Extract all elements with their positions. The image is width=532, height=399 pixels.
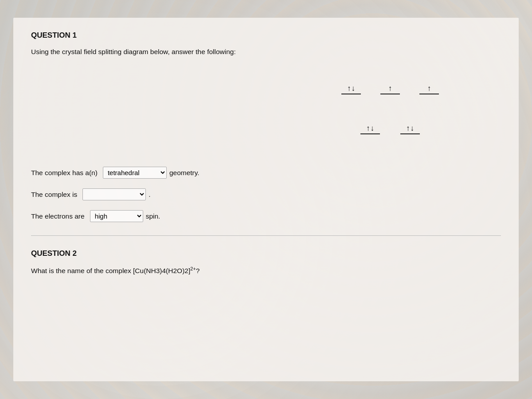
orbital-top-3-arrows: ↑ <box>427 82 431 92</box>
arrow-up-icon: ↑ <box>388 85 392 92</box>
complex-prefix-label: The complex is <box>31 191 77 199</box>
orbital-line <box>400 133 420 134</box>
arrow-up-icon: ↑ <box>406 125 410 132</box>
cf-diagram: ↑ ↓ ↑ ↑ <box>341 74 439 153</box>
orbital-bottom-2: ↑ ↓ <box>400 122 420 134</box>
spin-dropdown[interactable]: high low <box>90 210 143 222</box>
complex-dropdown[interactable]: paramagnetic diamagnetic <box>82 188 146 200</box>
spin-suffix-label: spin. <box>146 212 160 220</box>
question1-section: QUESTION 1 Using the crystal field split… <box>31 31 501 222</box>
arrow-down-icon: ↓ <box>371 125 375 132</box>
arrow-down-icon: ↓ <box>352 85 356 92</box>
orbital-top-3: ↑ <box>419 82 439 94</box>
question2-text: What is the name of the complex [Cu(NH3)… <box>31 266 501 275</box>
form-section: The complex has a(n) octahedral tetrahed… <box>31 167 501 222</box>
orbital-line <box>380 94 400 94</box>
orbital-line <box>419 94 439 94</box>
section-divider <box>31 235 501 236</box>
orbital-top-2-arrows: ↑ <box>388 82 392 92</box>
arrow-up-icon: ↑ <box>366 125 370 132</box>
geometry-row: The complex has a(n) octahedral tetrahed… <box>31 167 501 179</box>
question1-intro: Using the crystal field splitting diagra… <box>31 48 501 56</box>
orbital-line <box>341 94 361 94</box>
orbital-top-1-arrows: ↑ ↓ <box>347 82 355 92</box>
arrow-up-icon: ↑ <box>347 85 351 92</box>
orbital-bottom-1-arrows: ↑ ↓ <box>366 122 374 132</box>
question2-end: ? <box>196 267 200 274</box>
cf-top-row: ↑ ↓ ↑ ↑ <box>341 82 439 94</box>
complex-suffix-label: . <box>149 191 150 199</box>
question2-section: QUESTION 2 What is the name of the compl… <box>31 249 501 275</box>
spin-prefix-label: The electrons are <box>31 212 85 220</box>
geometry-prefix-label: The complex has a(n) <box>31 169 98 177</box>
complex-row: The complex is paramagnetic diamagnetic … <box>31 188 501 200</box>
orbital-top-1: ↑ ↓ <box>341 82 361 94</box>
question2-superscript: 2+ <box>190 267 196 274</box>
orbital-top-2: ↑ <box>380 82 400 94</box>
orbital-line <box>360 133 380 134</box>
cf-diagram-container: ↑ ↓ ↑ ↑ <box>31 65 501 153</box>
orbital-bottom-2-arrows: ↑ ↓ <box>406 122 414 132</box>
question2-intro: What is the name of the complex [Cu(NH3)… <box>31 267 190 274</box>
question2-header: QUESTION 2 <box>31 249 501 258</box>
arrow-up-icon: ↑ <box>427 85 431 92</box>
question1-header: QUESTION 1 <box>31 31 501 40</box>
orbital-bottom-1: ↑ ↓ <box>360 122 380 134</box>
cf-bottom-row: ↑ ↓ ↑ ↓ <box>350 122 430 134</box>
geometry-suffix-label: geometry. <box>169 169 200 177</box>
geometry-dropdown[interactable]: octahedral tetrahedral square planar <box>103 167 167 179</box>
spin-row: The electrons are high low spin. <box>31 210 501 222</box>
arrow-down-icon: ↓ <box>411 125 415 132</box>
